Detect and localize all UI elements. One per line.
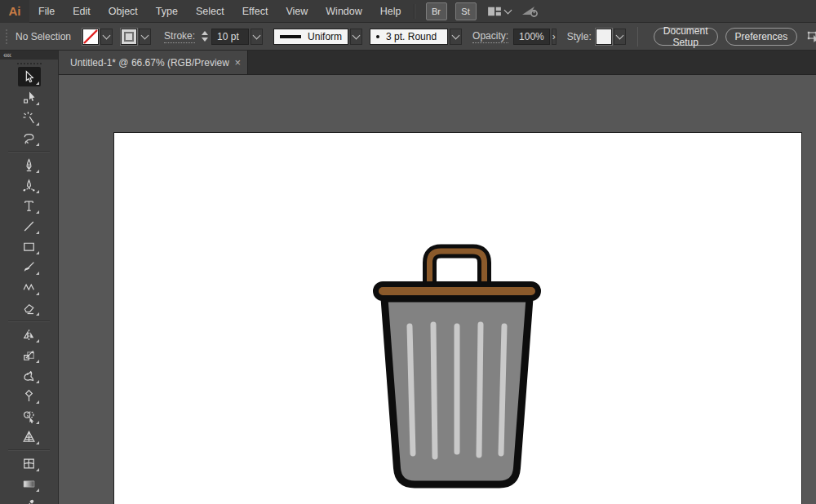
stroke-dropdown[interactable] (139, 29, 151, 45)
canvas[interactable] (59, 75, 816, 504)
fill-dropdown[interactable] (100, 29, 113, 45)
line-segment-tool[interactable] (18, 216, 41, 236)
chevron-down-icon (452, 32, 460, 40)
chevron-down-icon (141, 32, 149, 40)
brush-definition-value: 3 pt. Round (386, 31, 437, 42)
opacity-label[interactable]: Opacity: (472, 30, 508, 43)
brush-definition-control: 3 pt. Round (370, 29, 462, 45)
document-setup-button[interactable]: Document Setup (654, 28, 718, 46)
menu-view[interactable]: View (277, 0, 317, 23)
fill-none-swatch[interactable] (82, 29, 99, 45)
eyedropper-tool[interactable] (18, 494, 41, 504)
toolbar-separator (8, 449, 50, 451)
selection-tool[interactable] (18, 67, 41, 86)
width-profile-dropdown[interactable] (350, 29, 362, 45)
style-swatch[interactable] (596, 29, 612, 45)
trash-can-artwork[interactable] (359, 235, 555, 497)
menubar-items: FileEditObjectTypeSelectEffectViewWindow… (29, 0, 410, 22)
collapse-panel-button[interactable]: «« (0, 51, 58, 60)
stock-button-label: St (461, 7, 469, 16)
pen-tool[interactable] (18, 155, 41, 175)
paintbrush-icon (22, 260, 36, 274)
menu-edit[interactable]: Edit (64, 0, 100, 23)
toolbar-separator (8, 321, 50, 322)
stroke-color-control[interactable] (121, 29, 151, 45)
tool-grid (0, 65, 58, 504)
trash-lid (376, 285, 539, 298)
rectangle-icon (22, 240, 36, 254)
eraser-icon (22, 301, 36, 315)
free-transform-icon (22, 389, 36, 403)
brush-definition-dropdown[interactable] (450, 29, 462, 45)
stroke-weight-label[interactable]: Stroke: (164, 30, 195, 43)
panel-drag-grip[interactable] (17, 63, 42, 64)
direct-selection-icon (22, 91, 36, 104)
fill-color-control[interactable] (82, 29, 113, 45)
selection-status: No Selection (16, 31, 71, 42)
select-similar-control[interactable] (807, 30, 816, 43)
shape-builder-tool[interactable] (18, 406, 41, 426)
document-tab-title: Untitled-1* @ 66.67% (RGB/Preview) (70, 57, 229, 69)
free-transform-tool[interactable] (18, 386, 41, 405)
close-tab-button[interactable]: × (234, 56, 241, 69)
opacity-field[interactable]: 100% (513, 29, 550, 45)
stroke-swatch[interactable] (121, 29, 137, 45)
menu-effect[interactable]: Effect (233, 0, 277, 23)
bridge-button[interactable]: Br (426, 2, 447, 20)
menu-type[interactable]: Type (147, 0, 187, 23)
paintbrush-tool[interactable] (18, 257, 41, 276)
lasso-tool[interactable] (18, 128, 41, 148)
mesh-tool[interactable] (18, 453, 41, 473)
scale-icon (22, 348, 36, 362)
scale-tool[interactable] (18, 345, 41, 365)
rectangle-tool[interactable] (18, 237, 41, 256)
type-tool[interactable] (18, 196, 41, 215)
width-profile-field[interactable]: Uniform (273, 29, 348, 45)
stock-button[interactable]: St (455, 2, 477, 20)
preferences-button[interactable]: Preferences (725, 28, 798, 46)
shaper-tool[interactable] (18, 277, 41, 297)
direct-selection-tool[interactable] (18, 87, 41, 107)
perspective-grid-icon (22, 430, 36, 444)
stroke-weight-dropdown[interactable] (251, 29, 263, 45)
app-logo-text: Ai (9, 4, 21, 18)
stroke-weight-stepper[interactable] (202, 31, 208, 42)
workspace-switcher[interactable] (487, 6, 514, 17)
chevron-down-icon (615, 32, 623, 40)
opacity-value: 100% (519, 31, 544, 42)
opacity-options-button[interactable]: › (552, 29, 557, 45)
stroke-weight-value: 10 pt (217, 31, 239, 42)
chevron-down-icon (503, 7, 512, 15)
eraser-tool[interactable] (18, 298, 41, 317)
reflect-tool[interactable] (18, 325, 41, 344)
control-bar: No Selection Stroke: 10 pt Uniform 3 pt.… (0, 23, 816, 51)
control-bar-grip[interactable] (6, 29, 7, 44)
puppet-warp-tool[interactable] (18, 365, 41, 385)
none-fill-icon (83, 29, 98, 44)
magic-wand-tool[interactable] (18, 108, 41, 127)
menu-select[interactable]: Select (187, 0, 233, 23)
menu-window[interactable]: Window (317, 0, 370, 23)
document-area: Untitled-1* @ 66.67% (RGB/Preview) × (59, 51, 816, 504)
style-dropdown[interactable] (614, 29, 626, 45)
menu-object[interactable]: Object (100, 0, 147, 23)
menu-help[interactable]: Help (371, 0, 410, 23)
chevron-down-icon (353, 32, 361, 40)
bridge-button-label: Br (432, 7, 441, 16)
width-profile-value: Uniform (308, 31, 342, 42)
document-tab[interactable]: Untitled-1* @ 66.67% (RGB/Preview) × (59, 51, 248, 74)
control-bar-separator (637, 27, 638, 46)
more-options-icon: › (552, 31, 556, 42)
menubar-separator (414, 4, 415, 19)
stroke-weight-field[interactable]: 10 pt (211, 29, 249, 45)
gradient-icon (22, 477, 36, 491)
gradient-tool[interactable] (18, 474, 41, 493)
chevron-down-icon (253, 32, 261, 40)
curvature-tool[interactable] (18, 175, 41, 195)
gpu-performance-button[interactable] (521, 4, 540, 18)
menu-file[interactable]: File (29, 0, 64, 23)
brush-definition-field[interactable]: 3 pt. Round (370, 29, 448, 45)
line-segment-icon (22, 219, 36, 233)
perspective-grid-tool[interactable] (18, 427, 41, 446)
menu-bar: Ai FileEditObjectTypeSelectEffectViewWin… (0, 0, 816, 23)
